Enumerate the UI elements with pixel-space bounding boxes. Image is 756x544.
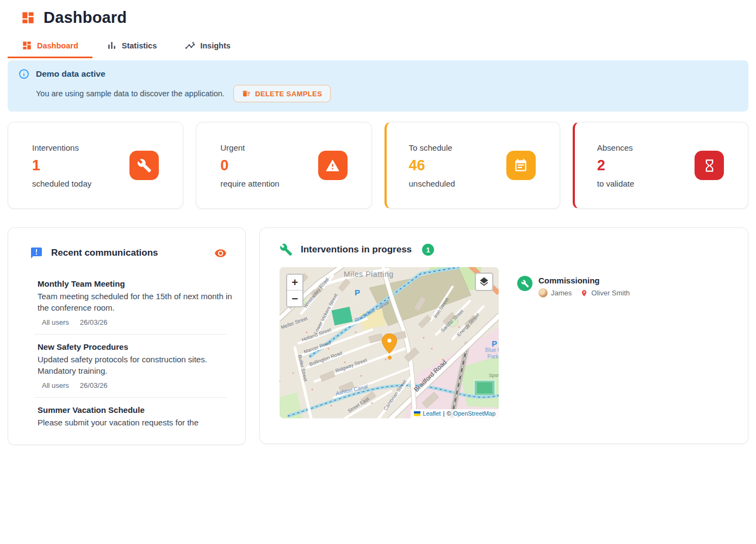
attribution-separator: | [443,410,444,417]
communication-body: Updated safety protocols for constructio… [38,354,233,376]
stat-card-to-schedule[interactable]: To schedule 46 unscheduled [385,122,560,209]
map-zoom-control: + − [286,274,303,307]
divider [34,334,227,335]
delete-samples-label: DELETE SAMPLES [255,90,322,98]
communication-title: New Safety Procedures [38,342,233,351]
view-all-eye-icon[interactable] [214,247,227,259]
calendar-icon [506,151,536,180]
trash-sweep-icon [242,89,251,98]
wrench-icon [280,243,293,256]
communication-body: Team meeting scheduled for the 15th of n… [38,290,233,313]
banner-title: Demo data active [36,69,106,79]
tab-label: Dashboard [37,41,78,50]
interventions-title: Interventions in progress [301,244,412,255]
communication-body: Please submit your vacation requests for… [38,417,233,428]
stat-value: 46 [409,157,455,174]
hourglass-icon [695,151,724,180]
banner-message: You are using sample data to discover th… [36,89,225,98]
app-header: Dashboard [8,0,748,27]
ukraine-flag-icon [414,411,420,416]
stat-card-interventions[interactable]: Interventions 1 scheduled today [8,122,183,209]
stat-card-absences[interactable]: Absences 2 to validate [573,122,748,209]
communication-date: 26/03/26 [80,381,108,390]
tab-label: Statistics [122,41,157,50]
layers-control[interactable] [475,273,493,291]
tabbar: Dashboard Statistics Insights [8,35,748,58]
list-item[interactable]: Monthly Team Meeting Team meeting schedu… [38,279,233,326]
openstreetmap-link[interactable]: OpenStreetMap [453,410,495,417]
dashboard-page: Dashboard Dashboard Statistics Insights … [0,0,756,445]
demo-data-banner: Demo data active You are using sample da… [8,60,748,112]
stat-card-urgent[interactable]: Urgent 0 require attention [196,122,371,209]
stat-label: Interventions [32,143,91,152]
recent-communications-panel: Recent communications Monthly Team Meeti… [8,227,246,445]
divider [34,397,227,398]
wrench-icon [129,151,159,180]
announcement-icon [30,246,43,259]
communication-audience: All users [42,381,69,390]
page-title: Dashboard [44,9,127,27]
communication-title: Summer Vacation Schedule [38,405,233,415]
map[interactable]: Miles Platting Winstanley Road Lower Vic… [280,267,499,418]
delete-samples-button[interactable]: DELETE SAMPLES [233,85,331,102]
tab-dashboard[interactable]: Dashboard [8,35,92,58]
stat-caption: unscheduled [409,179,455,188]
warning-icon [318,151,348,180]
info-icon [18,69,29,79]
stat-caption: require attention [220,179,279,188]
poi-label: Park [487,354,499,360]
interventions-in-progress-panel: Interventions in progress 1 [259,227,748,444]
stat-label: Urgent [220,143,279,152]
count-badge: 1 [422,244,434,256]
map-area-label: Miles Platting [344,270,394,279]
bottom-panels: Recent communications Monthly Team Meeti… [8,227,748,445]
list-item[interactable]: New Safety Procedures Updated safety pro… [38,342,233,390]
poi-label: Sport [489,373,499,378]
dashboard-grid-icon [22,40,32,51]
stat-value: 2 [597,157,634,174]
communication-date: 26/03/26 [80,318,108,326]
stat-cards: Interventions 1 scheduled today Urgent 0… [8,122,748,209]
stat-value: 0 [220,157,279,174]
communications-title: Recent communications [51,248,158,258]
list-item[interactable]: Summer Vacation Schedule Please submit y… [38,405,233,428]
communication-title: Monthly Team Meeting [38,279,233,288]
insights-icon [185,40,195,51]
parking-label: P [492,339,497,348]
wrench-badge-icon [517,276,532,291]
stat-caption: scheduled today [32,179,91,188]
stat-caption: to validate [597,179,634,188]
copyright-symbol: © [447,410,451,417]
communication-audience: All users [42,318,69,326]
zoom-out-button[interactable]: − [287,290,302,306]
intervention-item[interactable]: Commissioning James Oliver Smith [517,276,630,418]
technician-name: James [551,289,572,297]
layers-icon [479,276,489,287]
map-pin-icon [580,289,588,297]
intervention-name: Commissioning [538,276,630,285]
map-marker-dot [388,356,392,360]
map-marker[interactable] [382,333,397,354]
leaflet-link[interactable]: Leaflet [423,410,441,417]
zoom-in-button[interactable]: + [287,275,302,290]
tab-statistics[interactable]: Statistics [92,35,171,58]
tab-insights[interactable]: Insights [171,35,245,58]
parking-label: P [355,288,360,297]
map-attribution: Leaflet | © OpenStreetMap [411,409,499,418]
tab-label: Insights [200,41,231,50]
bar-chart-icon [107,40,117,51]
client-name: Oliver Smith [591,289,630,297]
stat-label: To schedule [409,143,455,152]
stat-value: 1 [32,157,91,174]
stat-label: Absences [597,143,634,152]
dashboard-logo-icon [21,10,35,25]
avatar [538,288,548,298]
communications-list: Monthly Team Meeting Team meeting schedu… [38,279,233,428]
